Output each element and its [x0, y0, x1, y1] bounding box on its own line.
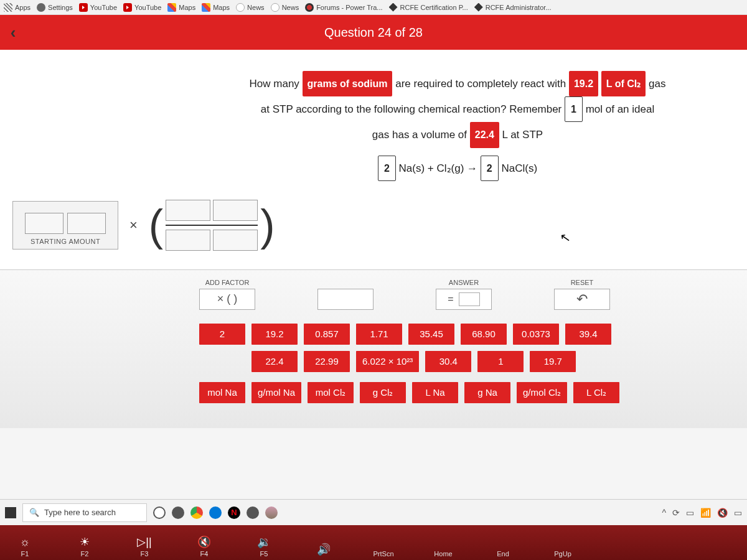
question-text: gas — [649, 78, 665, 90]
bookmark-apps[interactable]: Apps — [4, 3, 31, 12]
tile-number[interactable]: 35.45 — [408, 324, 454, 345]
bookmark-label: Apps — [15, 4, 31, 11]
tile-number[interactable]: 22.4 — [251, 351, 298, 372]
bookmark-maps-2[interactable]: Maps — [202, 3, 230, 12]
chip-l-cl2[interactable]: L of Cl₂ — [601, 71, 646, 96]
play-pause-icon: ▷|| — [137, 535, 151, 549]
tile-unit[interactable]: mol Cl₂ — [308, 382, 354, 403]
tile-number[interactable]: 68.90 — [461, 324, 507, 345]
chip-coef-nacl[interactable]: 2 — [481, 156, 499, 181]
tile-number[interactable]: 6.022 × 10²³ — [356, 351, 419, 372]
search-icon: 🔍 — [29, 508, 39, 517]
taskbar-search[interactable]: 🔍 Type here to search — [22, 503, 147, 522]
tile-number[interactable]: 1.71 — [356, 324, 402, 345]
chip-volume-value[interactable]: 19.2 — [569, 71, 598, 96]
forum-icon — [305, 3, 314, 12]
numerator-unit-input[interactable] — [213, 200, 258, 221]
key-f5: 🔉F5 — [245, 535, 283, 558]
fraction-bar — [166, 225, 258, 226]
tile-number[interactable]: 22.99 — [304, 351, 350, 372]
bookmark-youtube-2[interactable]: YouTube — [123, 3, 161, 12]
bookmark-rcfe-cert[interactable]: RCFE Certification P... — [389, 3, 468, 12]
chip-one-mol[interactable]: 1 — [565, 96, 583, 122]
starting-amount-label: STARTING AMOUNT — [18, 238, 113, 245]
tile-number[interactable]: 19.7 — [530, 351, 576, 372]
blank-display — [317, 289, 374, 310]
netflix-icon[interactable]: N — [228, 506, 240, 519]
tile-unit[interactable]: L Na — [412, 382, 458, 403]
settings-icon[interactable] — [247, 506, 259, 519]
tile-number[interactable]: 19.2 — [251, 324, 298, 345]
tile-number[interactable]: 39.4 — [565, 324, 611, 345]
maps-icon — [202, 3, 210, 12]
tray-volume-icon[interactable]: 🔇 — [717, 508, 728, 518]
key-label: F2 — [81, 550, 89, 558]
unit-tile-row: mol Na g/mol Na mol Cl₂ g Cl₂ L Na g Na … — [199, 382, 735, 403]
question-text: at STP according to the following chemic… — [261, 103, 565, 115]
gear-icon — [37, 3, 45, 12]
key-label: F5 — [260, 550, 268, 558]
chip-coef-na[interactable]: 2 — [378, 156, 396, 181]
key-f4: 🔇F4 — [186, 535, 223, 558]
tile-number[interactable]: 2 — [199, 324, 245, 345]
question-text: are required to completely react with — [395, 78, 569, 90]
question-text: mol of an ideal — [586, 103, 655, 115]
store-icon[interactable] — [209, 506, 222, 519]
bookmark-label: Forums - Power Tra... — [316, 4, 382, 11]
tile-unit[interactable]: g/mol Na — [251, 382, 301, 403]
bookmark-label: RCFE Administrator... — [486, 4, 552, 11]
starting-amount-value-input[interactable] — [25, 213, 63, 234]
task-view-icon[interactable] — [172, 506, 184, 519]
denominator-unit-input[interactable] — [213, 230, 258, 251]
tile-unit[interactable]: g Cl₂ — [360, 382, 406, 403]
start-button[interactable] — [5, 507, 16, 518]
bookmark-news[interactable]: News — [236, 3, 265, 12]
tile-number[interactable]: 0.0373 — [513, 324, 559, 345]
tray-battery-icon[interactable]: ▭ — [686, 508, 694, 518]
bookmark-youtube[interactable]: YouTube — [79, 3, 117, 12]
back-button[interactable]: ‹ — [4, 23, 22, 42]
numerator-value-input[interactable] — [166, 200, 210, 221]
left-paren-icon: ( — [149, 208, 163, 243]
apps-icon — [4, 3, 12, 12]
key-label: End — [497, 550, 509, 558]
chrome-icon[interactable] — [190, 506, 203, 519]
answer-field[interactable] — [459, 292, 480, 306]
tray-notification-icon[interactable]: ▭ — [734, 508, 742, 518]
bookmark-news-2[interactable]: News — [271, 3, 299, 12]
starting-amount-unit-input[interactable] — [67, 213, 106, 234]
tray-chevron-icon[interactable]: ^ — [662, 508, 666, 518]
tile-number[interactable]: 30.4 — [425, 351, 471, 372]
bookmark-label: Maps — [179, 4, 195, 11]
bookmark-label: Settings — [48, 4, 73, 11]
chip-grams-sodium[interactable]: grams of sodium — [303, 71, 393, 96]
bookmark-rcfe-admin[interactable]: RCFE Administrator... — [474, 3, 552, 12]
bookmark-settings[interactable]: Settings — [37, 3, 73, 12]
key-label: F4 — [200, 550, 209, 558]
key-f1: ☼F1 — [6, 536, 44, 558]
tile-number[interactable]: 1 — [477, 351, 524, 372]
tray-wifi-icon[interactable]: 📶 — [700, 508, 711, 518]
app-icon[interactable] — [265, 506, 278, 519]
bookmark-maps[interactable]: Maps — [167, 3, 195, 12]
tile-unit[interactable]: L Cl₂ — [573, 382, 619, 403]
cortana-icon[interactable] — [153, 506, 166, 519]
palette-controls: ADD FACTOR × ( ) ANSWER = RESET ↶ — [199, 279, 735, 310]
chip-molar-volume[interactable]: 22.4 — [470, 122, 499, 147]
denominator-value-input[interactable] — [166, 230, 210, 251]
question-text-area: How many grams of sodium are required to… — [0, 50, 747, 194]
tray-sync-icon[interactable]: ⟳ — [672, 508, 680, 518]
windows-taskbar: 🔍 Type here to search N ^ ⟳ ▭ 📶 🔇 ▭ — [0, 499, 747, 525]
question-counter: Question 24 of 28 — [324, 26, 423, 40]
equation-text: Na(s) + Cl₂(g) → — [399, 162, 481, 174]
tile-unit[interactable]: mol Na — [199, 382, 245, 403]
tile-unit[interactable]: g Na — [464, 382, 510, 403]
tile-number[interactable]: 0.857 — [304, 324, 350, 345]
bookmark-forums[interactable]: Forums - Power Tra... — [305, 3, 382, 12]
add-factor-symbol: × ( ) — [217, 292, 238, 306]
reset-button[interactable]: ↶ — [554, 289, 610, 310]
palette-area: ADD FACTOR × ( ) ANSWER = RESET ↶ 2 19.2… — [0, 269, 747, 428]
reset-icon: ↶ — [576, 291, 588, 307]
tile-unit[interactable]: g/mol Cl₂ — [517, 382, 567, 403]
add-factor-button[interactable]: × ( ) — [199, 289, 255, 310]
